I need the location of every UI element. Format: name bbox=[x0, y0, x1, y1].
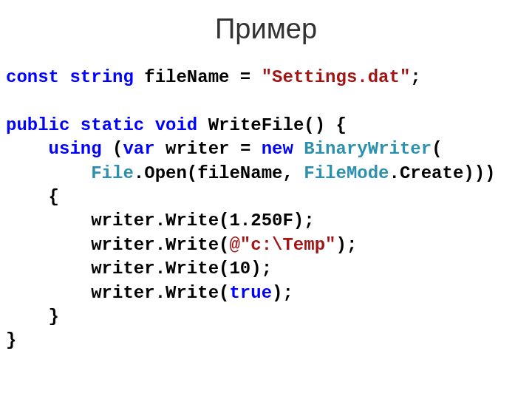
slide: Пример const string fileName = "Settings… bbox=[0, 0, 532, 399]
code-line-5: { bbox=[6, 187, 59, 207]
code-line-9: writer.Write(true); bbox=[6, 283, 293, 303]
code-block: const string fileName = "Settings.dat"; … bbox=[0, 66, 532, 353]
code-line-11: } bbox=[6, 330, 16, 350]
code-line-10: } bbox=[6, 307, 59, 327]
code-line-1: const string fileName = "Settings.dat"; bbox=[6, 67, 421, 87]
code-line-4: File.Open(fileName, FileMode.Create))) bbox=[6, 163, 496, 183]
code-line-6: writer.Write(1.250F); bbox=[6, 211, 315, 231]
code-line-8: writer.Write(10); bbox=[6, 259, 272, 279]
slide-title: Пример bbox=[0, 13, 532, 45]
code-line-3: using (var writer = new BinaryWriter( bbox=[6, 139, 443, 159]
code-line-2: public static void WriteFile() { bbox=[6, 115, 347, 135]
code-line-7: writer.Write(@"c:\Temp"); bbox=[6, 235, 357, 255]
